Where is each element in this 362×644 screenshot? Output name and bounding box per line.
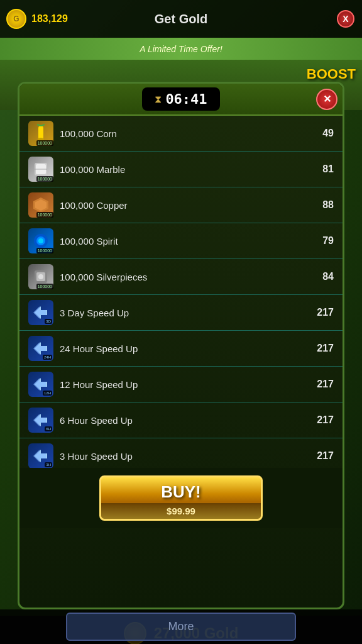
svg-marker-20 [33, 378, 46, 391]
buy-button[interactable]: BUY! $99.99 [99, 475, 263, 521]
list-item: 100000100,000 Corn49 [19, 116, 343, 152]
item-icon-corn: 100000 [28, 121, 53, 146]
close-top-button[interactable]: X [337, 10, 354, 28]
more-button[interactable]: More [66, 613, 295, 641]
buy-price: $99.99 [101, 503, 261, 519]
item-icon-3h: 3H [28, 443, 53, 468]
item-qty-12h: 217 [309, 379, 334, 390]
list-item: 100000100,000 Marble81 [19, 152, 343, 187]
items-list: 100000100,000 Corn49 100000100,000 Marbl… [19, 116, 343, 468]
limited-time-banner: A Limited Time Offer! [0, 38, 362, 60]
item-qty-corn: 49 [309, 128, 334, 139]
svg-point-11 [38, 238, 43, 243]
item-qty-silver: 84 [309, 271, 334, 282]
gold-coin-icon: G [6, 9, 26, 29]
list-item: 6H6 Hour Speed Up217 [19, 402, 343, 438]
item-name-silver: 100,000 Silverpieces [60, 272, 302, 282]
svg-marker-16 [33, 306, 46, 319]
limited-time-text: A Limited Time Offer! [140, 44, 222, 54]
svg-rect-0 [38, 126, 43, 140]
timer-header: ⧗ 06:41 ✕ [19, 84, 343, 116]
buy-area: BUY! $99.99 [19, 468, 343, 528]
boost-label: BOOST [307, 66, 356, 82]
svg-point-14 [38, 274, 43, 279]
item-icon-6h: 6H [28, 408, 53, 433]
svg-marker-24 [33, 450, 46, 462]
item-icon-24h: 24H [28, 336, 53, 361]
item-name-3day: 3 Day Speed Up [60, 308, 302, 318]
close-dialog-button[interactable]: ✕ [316, 89, 337, 110]
item-name-3h: 3 Hour Speed Up [60, 451, 302, 462]
timer-display: ⧗ 06:41 [142, 87, 219, 111]
timer-icon: ⧗ [155, 94, 162, 105]
list-item: 100000100,000 Copper88 [19, 187, 343, 223]
list-item: 3D3 Day Speed Up217 [19, 295, 343, 331]
svg-marker-18 [33, 342, 46, 355]
item-icon-marble: 100000 [28, 157, 53, 182]
item-icon-3day: 3D [28, 300, 53, 325]
list-item: 12H12 Hour Speed Up217 [19, 367, 343, 402]
list-item: 24H24 Hour Speed Up217 [19, 331, 343, 367]
item-qty-spirit: 79 [309, 235, 334, 247]
item-name-6h: 6 Hour Speed Up [60, 415, 302, 426]
timer-text: 06:41 [165, 91, 207, 107]
item-name-spirit: 100,000 Spirit [60, 236, 302, 247]
item-name-12h: 12 Hour Speed Up [60, 379, 302, 390]
item-qty-6h: 217 [309, 414, 334, 426]
gold-amount: 183,129 [31, 13, 68, 25]
list-item: 3H3 Hour Speed Up217 [19, 438, 343, 468]
item-icon-12h: 12H [28, 372, 53, 397]
svg-marker-22 [33, 414, 46, 426]
list-item: 100000100,000 Spirit79 [19, 223, 343, 259]
svg-line-3 [41, 125, 45, 126]
buy-label: BUY! [101, 477, 261, 503]
item-qty-3h: 217 [309, 450, 334, 462]
list-item: 100000100,000 Silverpieces84 [19, 259, 343, 295]
item-qty-24h: 217 [309, 343, 334, 354]
item-name-marble: 100,000 Marble [60, 164, 302, 175]
svg-line-2 [37, 125, 41, 126]
page-title: Get Gold [155, 12, 207, 26]
top-bar: G 183,129 Get Gold X [0, 0, 362, 38]
item-name-corn: 100,000 Corn [60, 128, 302, 139]
item-name-24h: 24 Hour Speed Up [60, 343, 302, 354]
item-icon-silver: 100000 [28, 264, 53, 289]
item-icon-copper: 100000 [28, 192, 53, 218]
item-qty-copper: 88 [309, 199, 334, 211]
item-name-copper: 100,000 Copper [60, 200, 302, 211]
main-dialog: ⧗ 06:41 ✕ 100000100,000 Corn49 100000100… [18, 82, 344, 609]
item-qty-3day: 217 [309, 307, 334, 318]
item-icon-spirit: 100000 [28, 228, 53, 253]
item-qty-marble: 81 [309, 164, 334, 175]
more-area: More [0, 609, 362, 644]
